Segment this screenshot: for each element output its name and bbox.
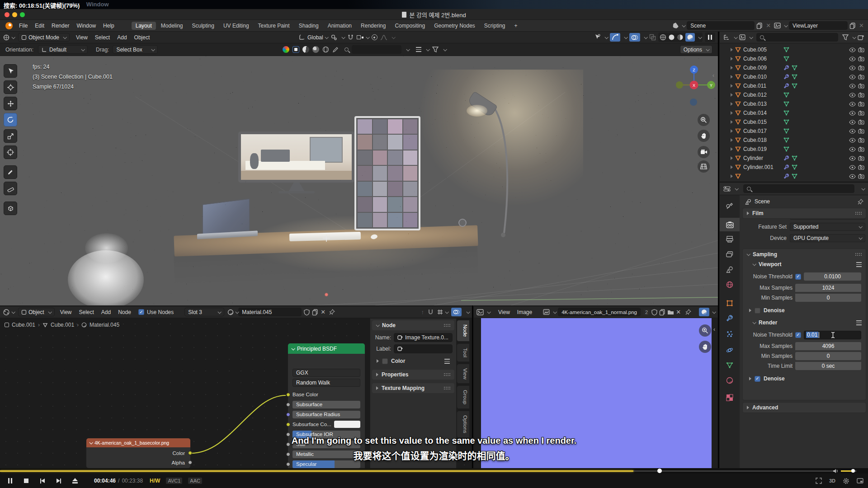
- outliner-row[interactable]: Cube.013: [720, 99, 868, 108]
- proportional-edit-icon[interactable]: [372, 34, 377, 40]
- viewlayer-name-field[interactable]: ViewLayer: [789, 21, 848, 30]
- workspace-tab[interactable]: Animation: [324, 22, 356, 30]
- color-checkbox[interactable]: [382, 358, 388, 364]
- expand-icon[interactable]: [731, 48, 733, 52]
- tab-output[interactable]: [726, 236, 733, 243]
- gizmos-toggle[interactable]: [610, 33, 620, 42]
- mode-dropdown[interactable]: Object Mode: [18, 33, 70, 42]
- editor-type-icon[interactable]: [3, 34, 10, 41]
- hide-eye-icon[interactable]: [849, 147, 856, 152]
- input-socket[interactable]: [286, 403, 290, 407]
- outliner-row[interactable]: Cylinder.001: [720, 163, 868, 172]
- scale-tool[interactable]: [4, 129, 17, 143]
- settings-gear-icon[interactable]: [843, 478, 849, 484]
- tab-material[interactable]: [726, 377, 733, 384]
- snap-target-icon[interactable]: [330, 34, 337, 41]
- fake-user-shield-icon[interactable]: [651, 309, 657, 315]
- use-nodes-checkbox[interactable]: [138, 309, 144, 315]
- properties-options-chevron[interactable]: [861, 187, 865, 190]
- disable-render-camera-icon[interactable]: [858, 146, 864, 152]
- cursor-tool[interactable]: [4, 80, 17, 94]
- pin-icon[interactable]: [329, 309, 335, 315]
- menu-item[interactable]: Add: [98, 309, 114, 315]
- node-label-field[interactable]: [394, 344, 453, 353]
- tab-object-data[interactable]: [726, 362, 733, 368]
- overlays-toggle[interactable]: [629, 33, 640, 42]
- input-socket[interactable]: [286, 422, 290, 427]
- unlink-material-icon[interactable]: ✕: [321, 309, 326, 315]
- input-socket[interactable]: [286, 462, 290, 466]
- properties-section-header[interactable]: Properties: [372, 370, 454, 380]
- region-collapse-arrow[interactable]: ‹: [713, 326, 715, 333]
- rotate-tool[interactable]: [4, 113, 17, 127]
- feature-set-dropdown[interactable]: Supported: [790, 223, 865, 231]
- stop-button[interactable]: [21, 475, 32, 486]
- filter-id-icon[interactable]: [739, 34, 745, 40]
- hide-eye-icon[interactable]: [849, 165, 856, 170]
- side-tab[interactable]: Group: [457, 385, 469, 409]
- eject-button[interactable]: [70, 475, 80, 486]
- side-tab[interactable]: Tool: [457, 343, 469, 362]
- image-name-field[interactable]: 4K-american_oak_1_normal.png: [558, 308, 641, 316]
- viewport-3d[interactable]: Object Mode ViewSelectAddObject Global: [0, 32, 718, 305]
- preset-menu-icon[interactable]: [856, 262, 862, 267]
- outliner-row[interactable]: Cube.015: [720, 117, 868, 127]
- outliner-row[interactable]: Cube.006: [720, 54, 868, 63]
- bsdf-input-row[interactable]: Subsurface Radius Subsurface Radius: [288, 409, 365, 419]
- hide-eye-icon[interactable]: [849, 156, 856, 161]
- collapsed-section[interactable]: Film: [742, 208, 866, 219]
- camera-view-button[interactable]: [698, 146, 710, 158]
- value-slider[interactable]: Subsurface: [292, 401, 360, 408]
- disable-render-camera-icon[interactable]: [858, 174, 864, 179]
- pause-render-button[interactable]: [705, 33, 715, 42]
- image-users-count[interactable]: 2: [643, 309, 650, 315]
- new-viewlayer-icon[interactable]: [849, 23, 856, 29]
- hide-eye-icon[interactable]: [849, 75, 856, 80]
- menu-item[interactable]: Render: [48, 23, 73, 29]
- image-overlay-toggle[interactable]: [699, 308, 709, 316]
- disable-render-camera-icon[interactable]: [858, 128, 864, 134]
- expand-icon[interactable]: [731, 138, 733, 142]
- distribution-dropdown[interactable]: GGX: [292, 369, 360, 377]
- outliner-row[interactable]: Cube.012: [720, 90, 868, 99]
- expand-icon[interactable]: [731, 156, 733, 160]
- vp-denoise-expand[interactable]: [749, 309, 751, 312]
- pin-icon[interactable]: [685, 309, 691, 315]
- object-type-visibility-icon[interactable]: [594, 34, 601, 41]
- r-noise-threshold-editfield[interactable]: 0.01: [804, 331, 861, 339]
- disable-render-camera-icon[interactable]: [858, 164, 864, 170]
- outliner-row[interactable]: Cube.005: [720, 45, 868, 54]
- color-expand[interactable]: [377, 359, 379, 363]
- properties-search-input[interactable]: [743, 184, 854, 193]
- new-scene-icon[interactable]: [756, 23, 763, 29]
- expand-icon[interactable]: [731, 120, 733, 124]
- copy-material-icon[interactable]: [312, 309, 318, 315]
- viewlayer-browse-chevron[interactable]: [784, 23, 788, 27]
- hide-eye-icon[interactable]: [849, 138, 856, 143]
- disable-render-camera-icon[interactable]: [858, 65, 864, 70]
- vp-noise-threshold-checkbox[interactable]: [795, 274, 801, 280]
- display-list-icon[interactable]: [416, 47, 421, 52]
- expand-icon[interactable]: [731, 147, 733, 151]
- pin-icon[interactable]: [858, 199, 863, 205]
- menu-item[interactable]: View: [57, 309, 75, 315]
- outliner-row[interactable]: Cube.017: [720, 127, 868, 136]
- outliner-row[interactable]: Cube.009: [720, 63, 868, 72]
- shading-solid-icon[interactable]: [668, 34, 675, 41]
- workspace-tab[interactable]: Shading: [295, 22, 323, 30]
- slot-dropdown[interactable]: Slot 3: [184, 308, 224, 316]
- value-slider[interactable]: Subsurface Radius: [292, 411, 360, 418]
- tab-scene[interactable]: [726, 266, 733, 273]
- pan-hand-button[interactable]: [698, 130, 710, 142]
- fit-screen-icon[interactable]: [816, 478, 822, 484]
- menu-item[interactable]: Object: [131, 34, 154, 41]
- device-dropdown[interactable]: GPU Compute: [790, 234, 865, 242]
- workspace-tab[interactable]: Scripting: [480, 22, 509, 30]
- navigation-gizmo[interactable]: Z Y X: [675, 64, 716, 114]
- menu-item[interactable]: Window: [73, 23, 99, 29]
- outliner-row[interactable]: Cube.014: [720, 108, 868, 117]
- tab-view-layer[interactable]: [726, 251, 733, 258]
- tab-tool[interactable]: [726, 202, 733, 210]
- sampling-viewport-subheader[interactable]: Viewport: [743, 259, 866, 269]
- r-max-samples-field[interactable]: 4096: [795, 342, 861, 350]
